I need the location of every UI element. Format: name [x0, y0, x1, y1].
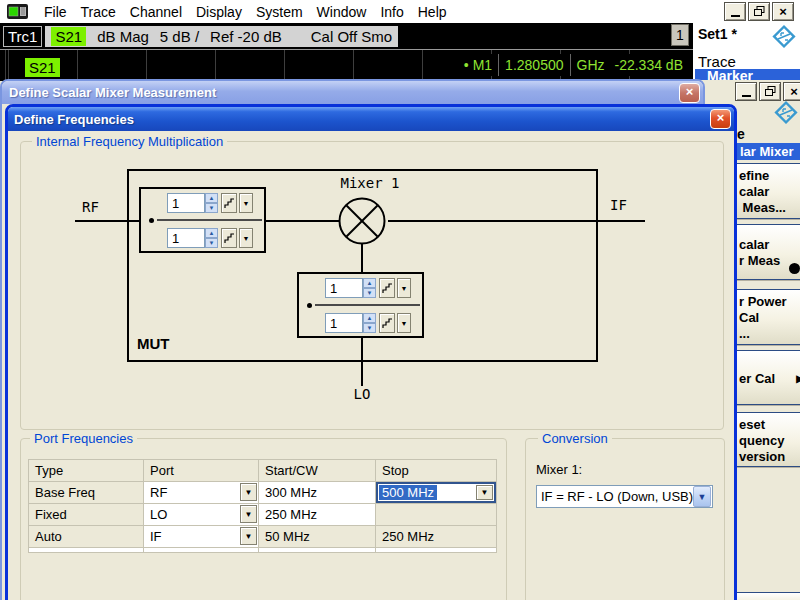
table-row: Fixed LO ▼ 250 MHz: [29, 504, 497, 526]
spin-up-icon[interactable]: ▲: [363, 278, 376, 288]
dropdown-button[interactable]: ▼: [240, 505, 257, 523]
dropdown-button[interactable]: ▼: [239, 228, 253, 248]
rf-denominator-field[interactable]: 1: [167, 228, 205, 248]
menu-info[interactable]: Info: [373, 4, 410, 20]
mixer-label: Mixer 1: [330, 175, 410, 191]
lo-numerator-field[interactable]: 1: [325, 278, 363, 298]
stop-cell: [376, 504, 497, 526]
table-row: Base Freq RF ▼ 300 MHz 500 MHz ▼: [29, 482, 497, 504]
step-size-button[interactable]: [379, 313, 395, 333]
trace-properties-bar[interactable]: S21 dB Mag 5 dB / Ref -20 dB Cal Off Smo: [45, 26, 398, 47]
restore-button[interactable]: [759, 82, 781, 101]
close-button[interactable]: ×: [783, 82, 800, 101]
trace-cal-state: Cal Off Smo: [311, 28, 392, 45]
menu-file[interactable]: File: [37, 4, 74, 20]
conversion-select[interactable]: IF = RF - LO (Down, USB) ▼: [536, 485, 713, 508]
minimize-button[interactable]: [724, 2, 746, 21]
softkey-mixer-cal[interactable]: er Cal ▶: [730, 350, 800, 405]
close-button[interactable]: ×: [772, 2, 794, 21]
menu-display[interactable]: Display: [189, 4, 249, 20]
port-select[interactable]: IF ▼: [144, 526, 259, 548]
restore-icon: [765, 86, 776, 97]
menu-system[interactable]: System: [249, 4, 310, 20]
dialog-title-bar[interactable]: Define Frequencies ×: [8, 107, 734, 131]
spin-down-icon[interactable]: ▼: [205, 238, 218, 248]
dialog-title: Define Scalar Mixer Measurement: [2, 85, 679, 100]
marker-menu-header[interactable]: Marker: [695, 69, 800, 80]
col-header-type: Type: [29, 460, 144, 482]
dialog-title: Define Frequencies: [8, 112, 710, 127]
dropdown-button[interactable]: ▼: [240, 483, 257, 501]
multiplication-group-title: Internal Frequency Multiplication: [32, 134, 227, 149]
close-icon[interactable]: ×: [679, 83, 700, 103]
spin-up-icon[interactable]: ▲: [205, 228, 218, 238]
start-cell[interactable]: 300 MHz: [259, 482, 376, 504]
menu-window[interactable]: Window: [310, 4, 374, 20]
if-port-label: IF: [610, 197, 627, 213]
port-select[interactable]: LO ▼: [144, 504, 259, 526]
rf-numerator-field[interactable]: 1: [167, 193, 205, 213]
clipped-label-fragment: e: [737, 126, 745, 142]
stop-cell-editing[interactable]: 500 MHz ▼: [376, 482, 497, 504]
marker-frequency: 1.280500: [505, 57, 563, 73]
active-dot-icon: [789, 263, 800, 274]
lo-numerator-spinner[interactable]: ▲▼: [363, 278, 376, 298]
define-frequencies-dialog: Define Frequencies × Internal Frequency …: [5, 104, 737, 600]
dropdown-button[interactable]: ▼: [397, 278, 411, 298]
trace-menu-header[interactable]: Trace: [698, 53, 736, 70]
port-select[interactable]: RF ▼: [144, 482, 259, 504]
dialog-title-bar[interactable]: Define Scalar Mixer Measurement ×: [2, 81, 703, 104]
start-cell[interactable]: 250 MHz: [259, 504, 376, 526]
step-size-button[interactable]: [221, 193, 237, 213]
trace-scale: 5 dB /: [160, 28, 199, 45]
dropdown-button[interactable]: ▼: [397, 313, 411, 333]
softkey-define-scalar-meas[interactable]: efine calar Meas...: [730, 163, 800, 219]
softkey-reset-frequency-conversion[interactable]: eset quency version: [730, 412, 800, 467]
conversion-mixer-label: Mixer 1:: [536, 462, 582, 477]
diagram-area: S21 •M11.280500GHz-22.334 dB: [0, 49, 693, 81]
col-header-port: Port: [144, 460, 259, 482]
menu-trace[interactable]: Trace: [74, 4, 123, 20]
rf-denominator-spinner[interactable]: ▲▼: [205, 228, 218, 248]
spin-down-icon[interactable]: ▼: [363, 323, 376, 333]
stairs-icon: [224, 198, 235, 209]
stop-value-combo[interactable]: 500 MHz ▼: [376, 482, 496, 503]
close-icon[interactable]: ×: [710, 109, 731, 129]
fraction-bar: [157, 219, 262, 221]
stop-cell: 250 MHz: [376, 526, 497, 548]
step-size-button[interactable]: [221, 228, 237, 248]
mixer-lo-line: [361, 244, 363, 272]
softkey-mixer-power-cal[interactable]: r Power Cal ...: [730, 289, 800, 345]
dropdown-button[interactable]: ▼: [239, 193, 253, 213]
marker-bullet-icon: •: [464, 57, 469, 73]
spin-down-icon[interactable]: ▼: [205, 203, 218, 213]
menu-channel[interactable]: Channel: [123, 4, 189, 20]
table-header-row: Type Port Start/CW Stop: [29, 460, 497, 482]
spin-down-icon[interactable]: ▼: [363, 288, 376, 298]
softkey-scalar-mixer-meas[interactable]: calar r Meas: [730, 224, 800, 280]
trace-name-badge[interactable]: Trc1: [3, 26, 42, 47]
lo-denominator-field[interactable]: 1: [325, 313, 363, 333]
col-header-stop: Stop: [376, 460, 497, 482]
stairs-icon: [382, 283, 393, 294]
restore-button[interactable]: [748, 2, 770, 21]
dropdown-button[interactable]: ▼: [476, 485, 493, 500]
lo-multiplier-control: 1 ▲▼ ▼ 1 ▲▼ ▼: [297, 272, 424, 338]
marker-readout[interactable]: •M11.280500GHz-22.334 dB: [464, 54, 683, 76]
mut-label: MUT: [137, 335, 170, 352]
chevron-down-icon[interactable]: ▼: [693, 486, 711, 507]
analyzer-app-window: File Trace Channel Display System Window…: [0, 0, 800, 600]
step-size-button[interactable]: [379, 278, 395, 298]
rf-port-label: RF: [82, 199, 99, 215]
lo-denominator-spinner[interactable]: ▲▼: [363, 313, 376, 333]
measurement-badge[interactable]: S21: [51, 27, 86, 46]
menu-help[interactable]: Help: [411, 4, 454, 20]
minimize-button[interactable]: [735, 82, 757, 101]
dropdown-button[interactable]: ▼: [240, 527, 257, 545]
conversion-selected-value: IF = RF - LO (Down, USB): [537, 489, 693, 504]
spin-up-icon[interactable]: ▲: [363, 313, 376, 323]
rf-numerator-spinner[interactable]: ▲▼: [205, 193, 218, 213]
spin-up-icon[interactable]: ▲: [205, 193, 218, 203]
start-cell: 50 MHz: [259, 526, 376, 548]
softkey-clipped-bottom[interactable]: [730, 592, 800, 600]
